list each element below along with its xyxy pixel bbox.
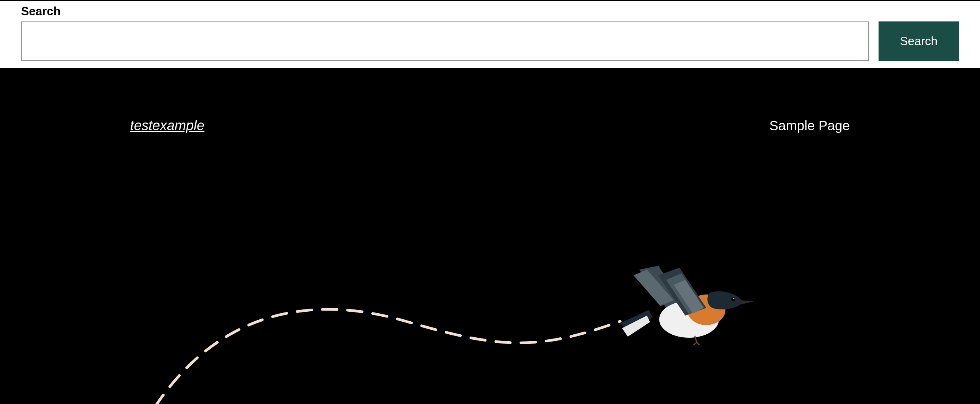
hero-illustration: [115, 245, 804, 404]
search-row: Search: [21, 21, 959, 61]
site-title-link[interactable]: testexample: [130, 118, 204, 134]
header-nav: testexample Sample Page: [0, 69, 980, 134]
bird-icon: [620, 266, 754, 345]
search-input[interactable]: [21, 21, 869, 61]
search-bar: Search Search: [0, 0, 980, 69]
hero-section: testexample Sample Page: [0, 69, 980, 404]
svg-point-2: [731, 298, 735, 301]
svg-point-3: [733, 298, 735, 299]
search-label: Search: [21, 5, 959, 18]
nav-link-sample-page[interactable]: Sample Page: [769, 118, 850, 133]
search-button[interactable]: Search: [879, 21, 959, 61]
flight-trail-icon: [142, 309, 620, 404]
